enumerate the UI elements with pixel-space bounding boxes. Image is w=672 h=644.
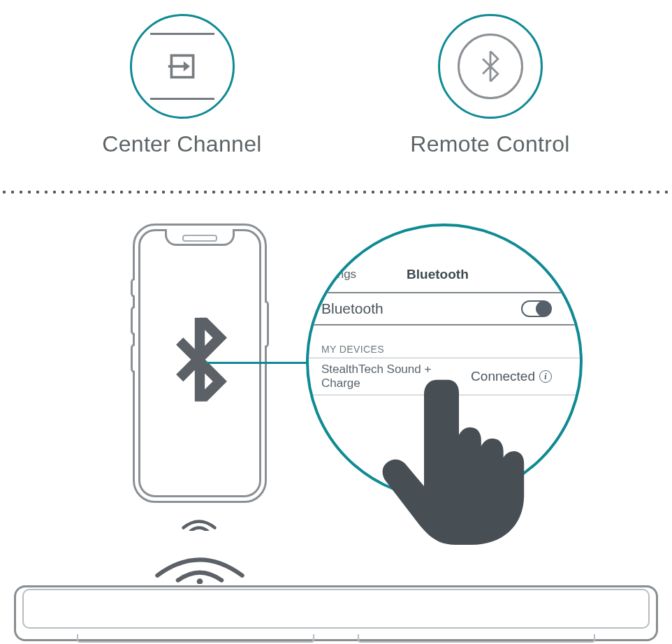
wireless-signal-icon bbox=[178, 510, 220, 531]
center-channel-circle bbox=[130, 14, 235, 119]
bluetooth-settings-callout: ettings Bluetooth Bluetooth MY DEVICES S… bbox=[306, 224, 583, 500]
my-devices-section-label: MY DEVICES bbox=[309, 325, 580, 358]
bluetooth-icon bbox=[169, 314, 231, 405]
pairing-illustration: ettings Bluetooth Bluetooth MY DEVICES S… bbox=[0, 203, 672, 644]
input-source-icon bbox=[147, 24, 217, 108]
device-name: StealthTech Sound + Charge bbox=[321, 363, 471, 390]
paired-device-row[interactable]: StealthTech Sound + Charge Connected bbox=[309, 358, 580, 395]
center-channel-option[interactable]: Center Channel bbox=[50, 14, 315, 157]
remote-control-option[interactable]: Remote Control bbox=[358, 14, 623, 157]
back-to-settings-label[interactable]: ettings bbox=[321, 268, 356, 281]
bluetooth-screen-title: Bluetooth bbox=[407, 267, 469, 282]
info-icon[interactable] bbox=[539, 370, 552, 383]
bluetooth-icon bbox=[481, 51, 499, 82]
bluetooth-toggle-label: Bluetooth bbox=[321, 300, 384, 317]
charging-pad bbox=[14, 585, 658, 641]
wireless-signal-icon bbox=[151, 548, 249, 584]
dotted-divider bbox=[0, 190, 672, 194]
bluetooth-toggle[interactable] bbox=[521, 300, 552, 317]
svg-point-3 bbox=[197, 578, 203, 584]
callout-connector bbox=[206, 362, 321, 364]
remote-control-circle bbox=[438, 14, 543, 119]
device-status: Connected bbox=[471, 369, 535, 384]
center-channel-label: Center Channel bbox=[102, 131, 261, 157]
top-options-row: Center Channel Remote Control bbox=[0, 14, 672, 175]
remote-control-label: Remote Control bbox=[410, 131, 569, 157]
svg-marker-2 bbox=[183, 61, 189, 72]
remote-control-inner-ring bbox=[458, 34, 523, 99]
